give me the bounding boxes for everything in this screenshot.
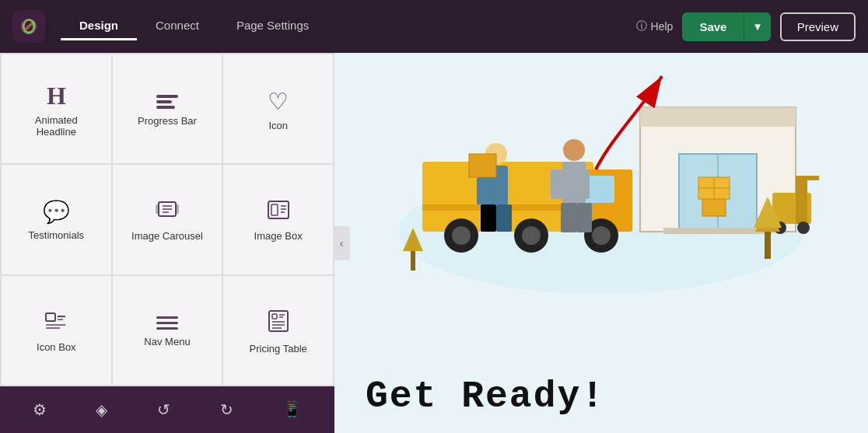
nav-menu-icon (156, 316, 178, 330)
canvas-headline: Get Ready! (334, 368, 868, 433)
svg-rect-62 (576, 203, 592, 232)
svg-rect-60 (576, 169, 590, 199)
save-dropdown-button[interactable]: ▼ (744, 12, 770, 41)
svg-rect-36 (702, 197, 726, 216)
svg-point-44 (452, 226, 471, 245)
icon-widget-label: Icon (268, 120, 288, 131)
widget-image-carousel[interactable]: Image Carousel (113, 165, 222, 274)
widget-testimonials[interactable]: 💬 Testimonials (2, 165, 111, 274)
nav-tabs: Design Connect Page Settings (61, 12, 636, 40)
image-carousel-icon (155, 200, 180, 224)
sidebar-bottom-toolbar: ⚙ ◈ ↺ ↻ 📱 (0, 386, 334, 433)
animated-headline-icon: H (47, 83, 66, 108)
history-forward-icon[interactable]: ↻ (214, 394, 240, 425)
svg-rect-33 (796, 176, 819, 180)
svg-rect-32 (796, 177, 807, 224)
tab-page-settings[interactable]: Page Settings (218, 12, 327, 40)
tab-design[interactable]: Design (61, 12, 137, 40)
testimonials-label: Testimonials (29, 229, 85, 241)
icon-widget-icon: ♡ (268, 90, 289, 113)
question-circle-icon: ⓘ (636, 19, 647, 33)
svg-rect-63 (765, 228, 771, 259)
layers-icon[interactable]: ◈ (89, 394, 114, 425)
icon-box-label: Icon Box (37, 341, 76, 353)
widget-animated-headline[interactable]: H AnimatedHeadline (2, 54, 111, 163)
widget-icon-box[interactable]: Icon Box (2, 276, 111, 385)
svg-rect-7 (271, 204, 278, 215)
progress-bar-icon (156, 95, 178, 109)
svg-rect-61 (561, 203, 576, 232)
svg-rect-1 (156, 204, 159, 214)
animated-headline-label: AnimatedHeadline (35, 114, 78, 138)
svg-point-46 (522, 226, 541, 245)
svg-point-57 (563, 139, 585, 161)
svg-rect-11 (46, 313, 55, 321)
pricing-table-icon (268, 309, 289, 337)
testimonials-icon: 💬 (43, 201, 70, 223)
svg-rect-54 (481, 204, 496, 232)
widget-progress-bar[interactable]: Progress Bar (113, 54, 222, 163)
help-label: Help (651, 20, 674, 33)
top-navbar: Design Connect Page Settings ⓘ Help Save… (0, 0, 868, 53)
svg-rect-17 (272, 314, 277, 319)
svg-rect-56 (469, 154, 496, 177)
widget-image-box[interactable]: Image Box (223, 165, 333, 274)
svg-point-48 (592, 226, 611, 245)
image-box-label: Image Box (254, 230, 303, 242)
sidebar: H AnimatedHeadline Progress Bar ♡ Icon 💬… (0, 53, 334, 433)
preview-button[interactable]: Preview (780, 12, 856, 41)
canvas-illustration (334, 53, 868, 368)
settings-icon[interactable]: ⚙ (26, 394, 53, 425)
svg-rect-26 (640, 107, 796, 127)
sidebar-collapse-button[interactable]: ‹ (333, 226, 350, 260)
tab-connect[interactable]: Connect (137, 12, 218, 40)
image-carousel-label: Image Carousel (131, 230, 203, 242)
svg-rect-53 (496, 177, 508, 204)
svg-rect-52 (477, 177, 488, 204)
svg-rect-55 (496, 204, 512, 232)
main-content: H AnimatedHeadline Progress Bar ♡ Icon 💬… (0, 53, 868, 433)
widget-grid: H AnimatedHeadline Progress Bar ♡ Icon 💬… (0, 53, 334, 386)
widget-pricing-table[interactable]: Pricing Table (223, 276, 333, 385)
history-back-icon[interactable]: ↺ (151, 394, 177, 425)
nav-menu-label: Nav Menu (144, 336, 190, 347)
save-group: Save ▼ (682, 12, 770, 41)
nav-right-actions: ⓘ Help Save ▼ Preview (636, 12, 856, 41)
svg-rect-59 (551, 169, 565, 199)
canvas-area: Get Ready! (334, 53, 868, 433)
icon-box-icon (44, 311, 68, 335)
delivery-illustration (376, 68, 827, 302)
widget-icon[interactable]: ♡ Icon (223, 54, 333, 163)
image-box-icon (267, 200, 290, 224)
svg-point-35 (797, 222, 810, 234)
pricing-table-label: Pricing Table (250, 343, 307, 354)
save-button[interactable]: Save (682, 12, 744, 41)
logo (12, 10, 45, 43)
responsive-icon[interactable]: 📱 (276, 394, 308, 425)
progress-bar-label: Progress Bar (138, 115, 197, 127)
svg-rect-2 (176, 204, 179, 214)
help-button[interactable]: ⓘ Help (636, 19, 674, 33)
widget-nav-menu[interactable]: Nav Menu (113, 276, 222, 385)
